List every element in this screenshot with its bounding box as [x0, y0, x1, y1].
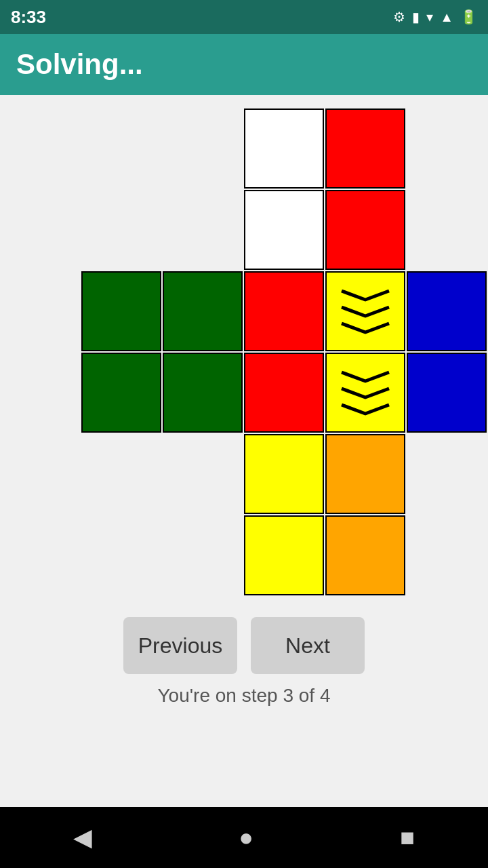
cell-mid1-green-1	[163, 271, 243, 351]
chevron-overlay-2	[327, 354, 404, 431]
chevron-svg-3	[338, 320, 392, 335]
status-bar: 8:33 ⚙ ▮ ▾ ▲ 🔋	[0, 0, 488, 34]
nav-bar: ◀ ● ■	[0, 807, 488, 868]
home-icon[interactable]: ●	[239, 823, 253, 852]
cell-mid2-green-0	[81, 353, 161, 433]
cell-top-0-0	[244, 108, 324, 189]
next-button[interactable]: Next	[251, 617, 365, 674]
cube-container	[81, 108, 407, 597]
battery-icon: 🔋	[460, 9, 477, 25]
cell-top-0-1	[325, 108, 405, 189]
wifi-icon: ▾	[426, 9, 433, 25]
main-content: Previous Next You're on step 3 of 4	[0, 95, 488, 807]
status-time: 8:33	[11, 7, 46, 28]
cell-bot-0-1	[325, 434, 405, 514]
app-bar: Solving...	[0, 34, 488, 95]
sd-icon: ▮	[412, 9, 420, 25]
cell-bot-1-0	[244, 515, 324, 595]
chevron-svg-4	[338, 369, 392, 384]
cell-bot-0-0	[244, 434, 324, 514]
back-icon[interactable]: ◀	[73, 823, 92, 852]
nav-section: Previous Next You're on step 3 of 4	[123, 617, 365, 707]
cell-mid1-red	[244, 271, 324, 351]
cell-mid2-green-1	[163, 353, 243, 433]
cube-cross	[81, 108, 407, 597]
previous-button[interactable]: Previous	[123, 617, 237, 674]
chevron-svg-5	[338, 385, 392, 400]
signal-icon: ▲	[440, 9, 453, 25]
status-icons: ⚙ ▮ ▾ ▲ 🔋	[393, 9, 477, 25]
recent-icon[interactable]: ■	[400, 823, 415, 852]
chevron-svg-2	[338, 304, 392, 319]
chevron-svg-1	[338, 288, 392, 302]
nav-buttons: Previous Next	[123, 617, 365, 674]
cell-mid2-red	[244, 353, 324, 433]
chevron-svg-6	[338, 401, 392, 416]
cell-mid2-blue-0	[407, 353, 487, 433]
cell-mid1-green-0	[81, 271, 161, 351]
app-title: Solving...	[16, 48, 143, 81]
chevron-overlay-1	[327, 273, 404, 350]
settings-icon: ⚙	[393, 9, 405, 25]
cell-bot-1-1	[325, 515, 405, 595]
cell-top-1-1	[325, 190, 405, 270]
cell-top-1-0	[244, 190, 324, 270]
cell-mid2-yellow	[325, 353, 405, 433]
step-text: You're on step 3 of 4	[158, 685, 331, 707]
cell-mid1-yellow	[325, 271, 405, 351]
cell-mid1-blue-0	[407, 271, 487, 351]
